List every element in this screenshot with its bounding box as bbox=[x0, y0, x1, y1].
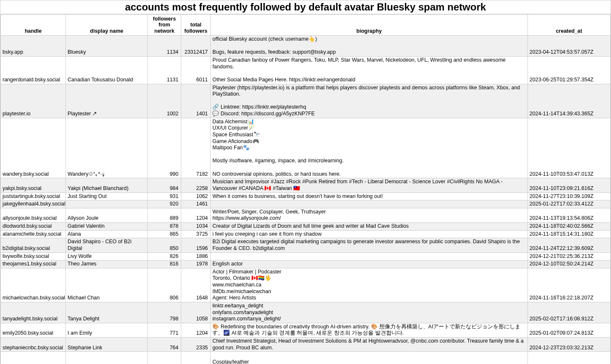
cell-display-name[interactable]: Tanya Delight bbox=[66, 302, 148, 323]
table-row[interactable]: michaelcwchan.bsky.socialMichael Chan806… bbox=[1, 268, 611, 302]
cell-display-name[interactable]: Canadian Tokusatsu Donald bbox=[66, 57, 148, 84]
cell-total-followers[interactable]: 1058 bbox=[181, 302, 211, 323]
cell-display-name[interactable]: Gabriel Valentin bbox=[66, 223, 148, 231]
cell-total-followers[interactable]: 1204 bbox=[181, 323, 211, 337]
col-display-name[interactable]: display name bbox=[66, 15, 148, 36]
cell-total-followers[interactable]: 1401 bbox=[181, 84, 211, 118]
cell-display-name[interactable]: I am Emily bbox=[66, 323, 148, 337]
cell-created-at[interactable]: 2024-12-23T23:03:32.213Z bbox=[527, 338, 610, 352]
cell-handle[interactable]: jakegyllenhaal4.bsky.social bbox=[1, 200, 66, 208]
cell-biography[interactable]: When it comes to business, starting out … bbox=[211, 192, 528, 200]
table-row[interactable]: tanyadelight.bsky.socialTanya Delight798… bbox=[1, 302, 611, 323]
cell-handle[interactable]: yakpi.bsky.social bbox=[1, 178, 66, 192]
cell-followers-from-network[interactable]: 920 bbox=[148, 200, 181, 208]
cell-created-at[interactable]: 2025-01-02T09:07:24.813Z bbox=[527, 323, 610, 337]
cell-total-followers[interactable]: 2258 bbox=[181, 178, 211, 192]
cell-total-followers[interactable]: 1204 bbox=[181, 208, 211, 222]
cell-biography[interactable]: Data Alchemist📊 UX/UI Conjurer🪄 Space En… bbox=[211, 118, 528, 178]
cell-display-name[interactable]: Livy Wolfe bbox=[66, 252, 148, 260]
table-row[interactable]: yakpi.bsky.socialYakpi (Michael Blanchar… bbox=[1, 178, 611, 192]
cell-followers-from-network[interactable]: 798 bbox=[148, 302, 181, 323]
cell-total-followers[interactable]: 1596 bbox=[181, 238, 211, 252]
cell-followers-from-network[interactable]: 826 bbox=[148, 252, 181, 260]
cell-display-name[interactable]: Bluesky bbox=[66, 36, 148, 57]
cell-followers-from-network[interactable]: 771 bbox=[148, 323, 181, 337]
cell-total-followers[interactable]: 1648 bbox=[181, 268, 211, 302]
cell-biography[interactable] bbox=[211, 252, 528, 260]
cell-display-name[interactable]: Wandery✩°｡*·ೃ bbox=[66, 118, 148, 178]
cell-followers-from-network[interactable]: 878 bbox=[148, 223, 181, 231]
cell-display-name[interactable]: David Shapiro - CEO of B2i Digital bbox=[66, 238, 148, 252]
cell-followers-from-network[interactable]: 990 bbox=[148, 118, 181, 178]
cell-display-name[interactable]: Stephanie Link bbox=[66, 338, 148, 352]
cell-followers-from-network[interactable]: 1134 bbox=[148, 36, 181, 57]
cell-total-followers[interactable]: 23312417 bbox=[181, 36, 211, 57]
cell-created-at[interactable]: 2024-11-14T14:39:43.365Z bbox=[527, 84, 610, 118]
cell-biography[interactable]: Cosplay/leather Www.x.com/noxarcane Www.… bbox=[211, 352, 528, 364]
table-row[interactable]: rangerdonald.bsky.socialCanadian Tokusat… bbox=[1, 57, 611, 84]
cell-display-name[interactable]: Nox bbox=[66, 352, 148, 364]
table-row[interactable]: noxarcane.bsky.socialNox7491092 Cosplay/… bbox=[1, 352, 611, 364]
table-row[interactable]: alanamichelle.bsky.socialAlana8653725i f… bbox=[1, 230, 611, 238]
cell-followers-from-network[interactable]: 931 bbox=[148, 192, 181, 200]
cell-created-at[interactable]: 2025-02-02T17:16:08.912Z bbox=[527, 302, 610, 323]
table-row[interactable]: allysonjoule.bsky.socialAllyson Joule889… bbox=[1, 208, 611, 222]
col-biography[interactable]: biography bbox=[211, 15, 528, 36]
cell-handle[interactable]: alanamichelle.bsky.social bbox=[1, 230, 66, 238]
cell-total-followers[interactable]: 1062 bbox=[181, 192, 211, 200]
cell-total-followers[interactable]: 2335 bbox=[181, 338, 211, 352]
cell-biography[interactable]: i feel you creeping i can see it from my… bbox=[211, 230, 528, 238]
cell-handle[interactable]: bsky.app bbox=[1, 36, 66, 57]
cell-followers-from-network[interactable]: 1131 bbox=[148, 57, 181, 84]
cell-display-name[interactable]: Yakpi (Michael Blanchard) bbox=[66, 178, 148, 192]
cell-created-at[interactable]: 2024-12-10T02:50:24.214Z bbox=[527, 260, 610, 268]
col-followers-from-network[interactable]: followers from network bbox=[148, 15, 181, 36]
cell-handle[interactable]: allysonjoule.bsky.social bbox=[1, 208, 66, 222]
cell-handle[interactable]: rangerdonald.bsky.social bbox=[1, 57, 66, 84]
table-row[interactable]: playtester.ioPlaytester ↗10021401Playtes… bbox=[1, 84, 611, 118]
cell-biography[interactable]: official Bluesky account (check username… bbox=[211, 36, 528, 57]
cell-followers-from-network[interactable]: 889 bbox=[148, 208, 181, 222]
table-row[interactable]: bsky.appBluesky113423312417official Blue… bbox=[1, 36, 611, 57]
cell-followers-from-network[interactable]: 806 bbox=[148, 268, 181, 302]
cell-display-name[interactable]: Theo James bbox=[66, 260, 148, 268]
cell-total-followers[interactable]: 1461 bbox=[181, 200, 211, 208]
cell-created-at[interactable]: 2024-11-27T23:10:39.109Z bbox=[527, 192, 610, 200]
cell-handle[interactable]: noxarcane.bsky.social bbox=[1, 352, 66, 364]
cell-biography[interactable]: Writer/Poet, Singer, Cosplayer, Geek, Tr… bbox=[211, 208, 528, 222]
cell-handle[interactable]: stephaniecnbc.bsky.social bbox=[1, 338, 66, 352]
cell-created-at[interactable]: 2024-11-24T22:12:39.609Z bbox=[527, 238, 610, 252]
cell-display-name[interactable]: Alana bbox=[66, 230, 148, 238]
cell-handle[interactable]: theojames1.bsky.social bbox=[1, 260, 66, 268]
cell-handle[interactable]: juststartinguk.bsky.social bbox=[1, 192, 66, 200]
cell-followers-from-network[interactable]: 749 bbox=[148, 352, 181, 364]
cell-display-name[interactable]: Michael Chan bbox=[66, 268, 148, 302]
table-row[interactable]: theojames1.bsky.socialTheo James8161978E… bbox=[1, 260, 611, 268]
cell-followers-from-network[interactable]: 984 bbox=[148, 178, 181, 192]
table-row[interactable]: wandery.bsky.socialWandery✩°｡*·ೃ9907182D… bbox=[1, 118, 611, 178]
cell-created-at[interactable]: 2025-01-22T17:02:33.412Z bbox=[527, 200, 610, 208]
table-row[interactable]: stephaniecnbc.bsky.socialStephanie Link7… bbox=[1, 338, 611, 352]
cell-total-followers[interactable]: 3725 bbox=[181, 230, 211, 238]
cell-total-followers[interactable]: 1034 bbox=[181, 223, 211, 231]
cell-handle[interactable]: playtester.io bbox=[1, 84, 66, 118]
cell-total-followers[interactable]: 1886 bbox=[181, 252, 211, 260]
cell-created-at[interactable]: 2024-12-21T02:25:36.213Z bbox=[527, 252, 610, 260]
cell-biography[interactable]: Chief Investment Strategist, Head of Inv… bbox=[211, 338, 528, 352]
table-row[interactable]: juststartinguk.bsky.socialJust Starting … bbox=[1, 192, 611, 200]
cell-created-at[interactable]: 2024-11-16T16:22:18.207Z bbox=[527, 268, 610, 302]
table-row[interactable]: emily2050.bsky.socialI am Emily7711204🎨 … bbox=[1, 323, 611, 337]
cell-handle[interactable]: b2idigital.bsky.social bbox=[1, 238, 66, 252]
table-row[interactable]: jakegyllenhaal4.bsky.social92014612025-0… bbox=[1, 200, 611, 208]
cell-biography[interactable] bbox=[211, 200, 528, 208]
cell-biography[interactable]: Musician and Improvisor #Jazz #Rock #Pun… bbox=[211, 178, 528, 192]
cell-biography[interactable]: Proud Canadian fanboy of Power Rangers, … bbox=[211, 57, 528, 84]
cell-handle[interactable]: tanyadelight.bsky.social bbox=[1, 302, 66, 323]
cell-biography[interactable]: English actor bbox=[211, 260, 528, 268]
cell-handle[interactable]: wandery.bsky.social bbox=[1, 118, 66, 178]
col-created-at[interactable]: created_at bbox=[527, 15, 610, 36]
cell-followers-from-network[interactable]: 865 bbox=[148, 230, 181, 238]
cell-total-followers[interactable]: 1092 bbox=[181, 352, 211, 364]
table-row[interactable]: dlodworld.bsky.socialGabriel Valentin878… bbox=[1, 223, 611, 231]
cell-handle[interactable]: michaelcwchan.bsky.social bbox=[1, 268, 66, 302]
